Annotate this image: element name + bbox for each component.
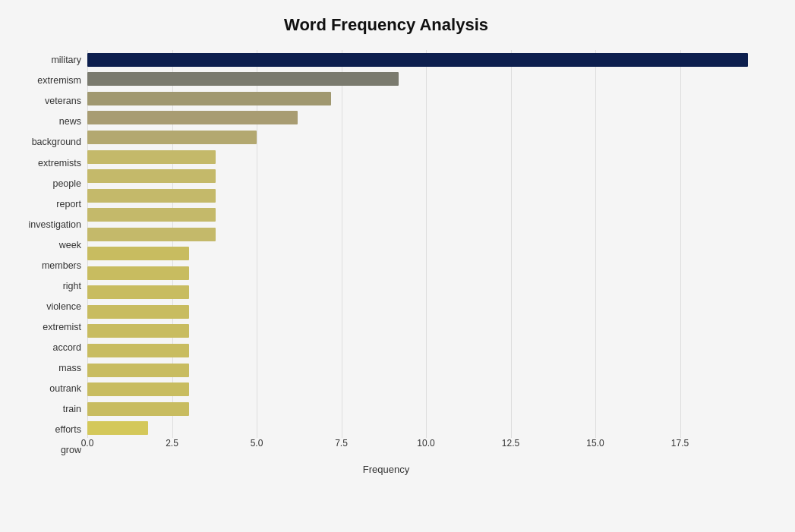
y-label: grow (61, 441, 81, 459)
y-label: train (63, 400, 81, 418)
y-label: extremist (43, 318, 81, 336)
bar-row (87, 400, 765, 418)
bar (87, 131, 257, 144)
bar-row (87, 128, 765, 146)
chart-container: Word Frequency Analysis militaryextremis… (0, 0, 795, 532)
bar-row (87, 244, 765, 263)
bar (87, 92, 331, 105)
bar (87, 285, 189, 299)
bar-row (87, 322, 765, 340)
chart-title: Word Frequency Analysis (8, 15, 765, 35)
bar-row (87, 361, 765, 379)
bar (87, 169, 216, 183)
y-label: mass (58, 359, 81, 377)
y-label: violence (46, 297, 81, 316)
bar (87, 208, 216, 222)
bar-row (87, 187, 765, 205)
bar-row (87, 225, 765, 244)
y-label: report (56, 195, 81, 213)
bar-row (87, 283, 765, 301)
bar (87, 305, 189, 319)
y-label: background (32, 134, 81, 152)
bar-row (87, 419, 765, 437)
bar-row (87, 70, 765, 88)
bar (87, 266, 189, 280)
x-axis-title: Frequency (363, 464, 409, 475)
y-label: extremists (38, 154, 81, 172)
bar-row (87, 167, 765, 185)
y-label: week (59, 236, 81, 254)
bar-row (87, 90, 765, 108)
y-label: veterans (45, 93, 81, 111)
y-label: outrank (49, 379, 81, 398)
bar-row (87, 51, 765, 69)
bar-row (87, 148, 765, 166)
y-label: efforts (55, 420, 81, 439)
y-label: right (63, 277, 81, 295)
bars-wrapper (87, 50, 765, 461)
bottom-section: Frequency (8, 462, 765, 476)
y-label: military (51, 52, 81, 70)
bar (87, 150, 216, 164)
bar (87, 247, 189, 260)
bar (87, 382, 189, 396)
bar-row (87, 380, 765, 398)
bar-row (87, 264, 765, 282)
y-label: members (42, 257, 81, 275)
bar (87, 72, 399, 86)
bar-row (87, 109, 765, 127)
y-labels: militaryextremismveteransnewsbackgrounde… (8, 50, 87, 461)
y-label: accord (52, 338, 81, 357)
bar (87, 324, 189, 338)
bar (87, 111, 298, 124)
bars-and-grid: 0.02.55.07.510.012.515.017.5 (87, 50, 765, 461)
y-label: extremism (37, 72, 81, 90)
bar (87, 53, 748, 67)
bar (87, 402, 189, 416)
bar-row (87, 303, 765, 321)
bar (87, 344, 189, 357)
y-label: people (52, 175, 81, 193)
bar (87, 228, 216, 241)
bar-row (87, 206, 765, 224)
bar (87, 364, 189, 377)
bar (87, 421, 148, 435)
y-label: investigation (29, 216, 82, 234)
chart-area: militaryextremismveteransnewsbackgrounde… (8, 50, 765, 461)
bar (87, 189, 216, 203)
bar-row (87, 342, 765, 360)
y-label: news (59, 113, 81, 131)
